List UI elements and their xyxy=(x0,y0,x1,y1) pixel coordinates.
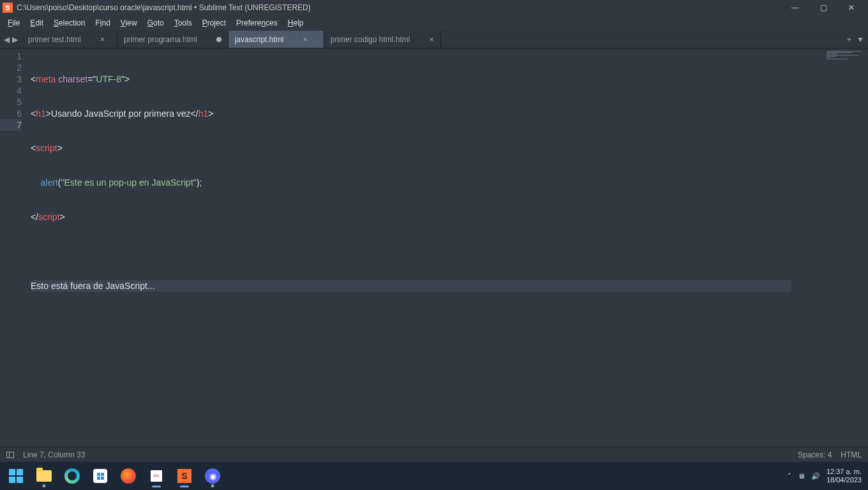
side-panel-icon[interactable] xyxy=(6,452,14,458)
time: 12:37 a. m. xyxy=(827,468,862,476)
editor[interactable]: 1 2 3 4 5 6 7 <meta charset="UTF-8"> <h1… xyxy=(0,48,868,447)
titlebar: S C:\Users\poiso\Desktop\curso oracle\ja… xyxy=(0,0,868,15)
maximize-button[interactable]: ▢ xyxy=(809,0,837,15)
tab-label: javascript.html xyxy=(235,35,284,44)
tab-label: primer programa.html xyxy=(124,35,197,44)
line-number: 5 xyxy=(0,96,22,108)
snipping-tool-icon[interactable] xyxy=(144,464,168,488)
nav-back-icon[interactable]: ◀ xyxy=(4,35,10,44)
tab-primer-test[interactable]: primer test.html × xyxy=(22,31,117,48)
line-number: 6 xyxy=(0,108,22,119)
close-icon[interactable]: × xyxy=(303,34,308,44)
windows-taskbar: S ◉ ˄ 🖥 🔊 12:37 a. m. 18/04/2023 xyxy=(0,462,868,490)
menu-selection[interactable]: Selection xyxy=(49,17,90,29)
statusbar: Line 7, Column 33 Spaces: 4 HTML xyxy=(0,447,868,462)
minimap[interactable] xyxy=(791,48,868,447)
cursor-position[interactable]: Line 7, Column 33 xyxy=(23,450,85,459)
close-button[interactable]: ✕ xyxy=(837,0,865,15)
indentation-setting[interactable]: Spaces: 4 xyxy=(798,450,832,459)
menu-help[interactable]: Help xyxy=(283,17,309,29)
date: 18/04/2023 xyxy=(827,476,862,484)
tab-label: primer codigo html.html xyxy=(331,35,410,44)
microsoft-store-icon[interactable] xyxy=(88,464,112,488)
tray-overflow-icon[interactable]: ˄ xyxy=(788,472,791,480)
menu-view[interactable]: View xyxy=(116,17,142,29)
minimize-button[interactable]: — xyxy=(781,0,809,15)
line-gutter: 1 2 3 4 5 6 7 xyxy=(0,48,31,447)
menu-tools[interactable]: Tools xyxy=(169,17,197,29)
menu-file[interactable]: File xyxy=(3,17,25,29)
menu-edit[interactable]: Edit xyxy=(25,17,49,29)
network-icon[interactable]: 🖥 xyxy=(798,472,805,480)
clock[interactable]: 12:37 a. m. 18/04/2023 xyxy=(827,468,862,484)
menu-goto[interactable]: Goto xyxy=(142,17,169,29)
tab-javascript[interactable]: javascript.html × xyxy=(228,31,324,48)
menu-preferences[interactable]: Preferences xyxy=(231,17,283,29)
dirty-indicator-icon xyxy=(216,37,221,42)
line-number: 7 xyxy=(0,119,22,131)
file-explorer-icon[interactable] xyxy=(32,464,56,488)
sublime-app-icon: S xyxy=(3,3,13,13)
line-number: 3 xyxy=(0,73,22,85)
line-number: 4 xyxy=(0,85,22,96)
new-tab-button[interactable]: + xyxy=(847,35,851,44)
tab-dropdown-icon[interactable]: ▼ xyxy=(857,35,864,44)
close-icon[interactable]: × xyxy=(100,34,105,44)
line-number: 2 xyxy=(0,62,22,73)
code-area[interactable]: <meta charset="UTF-8"> <h1>Usando JavaSc… xyxy=(31,48,791,447)
tabbar: ◀ ▶ primer test.html × primer programa.h… xyxy=(0,31,868,48)
syntax-setting[interactable]: HTML xyxy=(841,450,862,459)
tab-primer-codigo[interactable]: primer codigo html.html × xyxy=(324,31,441,48)
start-button[interactable] xyxy=(4,464,28,488)
menu-project[interactable]: Project xyxy=(197,17,231,29)
sublime-text-icon[interactable]: S xyxy=(172,464,197,488)
tab-label: primer test.html xyxy=(28,35,81,44)
window-title: C:\Users\poiso\Desktop\curso oracle\java… xyxy=(17,3,311,12)
volume-icon[interactable]: 🔊 xyxy=(811,472,820,480)
discord-icon[interactable]: ◉ xyxy=(200,464,225,488)
close-icon[interactable]: × xyxy=(429,34,434,44)
menu-find[interactable]: Find xyxy=(90,17,115,29)
line-number: 1 xyxy=(0,50,22,62)
tab-primer-programa[interactable]: primer programa.html xyxy=(117,31,228,48)
menubar: File Edit Selection Find View Goto Tools… xyxy=(0,15,868,31)
edge-icon[interactable] xyxy=(60,464,84,488)
nav-forward-icon[interactable]: ▶ xyxy=(12,35,18,44)
firefox-icon[interactable] xyxy=(116,464,140,488)
